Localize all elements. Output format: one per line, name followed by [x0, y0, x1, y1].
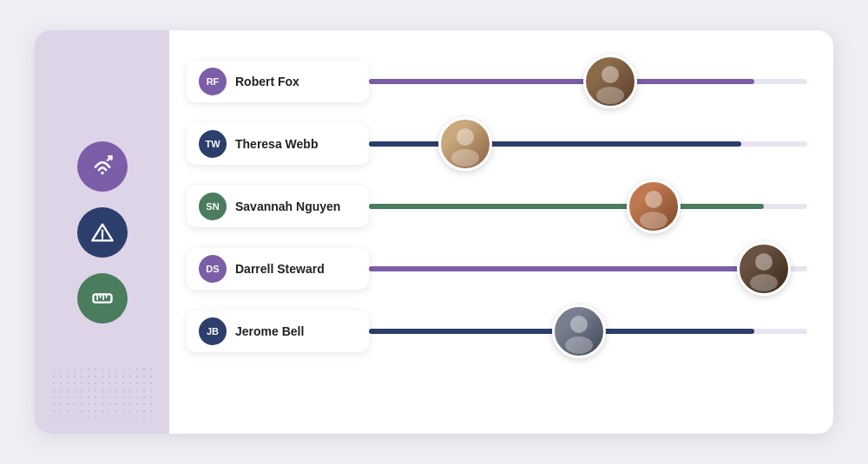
name-card-tw: TWTheresa Webb [187, 123, 369, 165]
svg-point-19 [565, 337, 593, 354]
svg-point-18 [570, 316, 588, 333]
avatar-sn: SN [199, 193, 227, 220]
svg-point-16 [755, 253, 773, 271]
bar-fill-tw [369, 141, 741, 147]
svg-point-13 [451, 149, 479, 167]
svg-point-15 [640, 212, 667, 229]
svg-rect-5 [93, 294, 111, 302]
signal-icon-button[interactable] [77, 207, 128, 258]
ruler-icon-button[interactable] [77, 273, 128, 323]
avatar-jb: JB [199, 317, 227, 345]
svg-point-17 [750, 274, 778, 291]
bar-area-rf [369, 55, 807, 108]
name-card-ds: DSDarrell Steward [187, 248, 369, 290]
svg-point-14 [645, 191, 662, 208]
bar-track-tw [369, 141, 807, 147]
sidebar [35, 30, 169, 434]
name-card-sn: SNSavannah Nguyen [187, 186, 369, 227]
bar-area-sn [369, 180, 807, 233]
person-row-rf[interactable]: RFRobert Fox [187, 55, 807, 108]
photo-rf [583, 55, 637, 108]
photo-sn [627, 180, 681, 233]
wifi-icon-button[interactable] [77, 141, 128, 192]
person-row-jb[interactable]: JBJerome Bell [187, 304, 807, 358]
main-card: RFRobert Fox TWTheresa Webb SNSavannah N… [35, 30, 833, 434]
person-name-tw: Theresa Webb [235, 137, 318, 151]
bar-area-jb [369, 304, 807, 358]
name-card-rf: RFRobert Fox [187, 61, 369, 102]
photo-jb [552, 304, 606, 358]
svg-point-11 [596, 87, 624, 104]
avatar-tw: TW [199, 130, 227, 158]
person-name-rf: Robert Fox [235, 75, 299, 88]
photo-tw [438, 117, 492, 171]
avatar-ds: DS [199, 255, 227, 283]
name-card-jb: JBJerome Bell [187, 310, 369, 352]
photo-ds [737, 242, 791, 296]
svg-point-4 [101, 237, 102, 239]
bar-area-tw [369, 117, 807, 171]
person-row-sn[interactable]: SNSavannah Nguyen [187, 180, 807, 233]
svg-point-12 [457, 128, 474, 146]
bar-fill-sn [369, 204, 764, 209]
avatar-rf: RF [199, 68, 227, 95]
bar-fill-ds [369, 266, 773, 271]
person-row-tw[interactable]: TWTheresa Webb [187, 117, 807, 171]
person-name-ds: Darrell Steward [235, 262, 325, 276]
bar-area-ds [369, 242, 807, 296]
svg-point-10 [602, 66, 619, 83]
bar-track-sn [369, 204, 807, 209]
person-row-ds[interactable]: DSDarrell Steward [187, 242, 807, 296]
people-list: RFRobert Fox TWTheresa Webb SNSavannah N… [169, 30, 833, 434]
person-name-jb: Jerome Bell [235, 324, 304, 338]
bar-fill-rf [369, 79, 754, 84]
svg-point-0 [101, 171, 104, 174]
person-name-sn: Savannah Nguyen [235, 199, 340, 213]
